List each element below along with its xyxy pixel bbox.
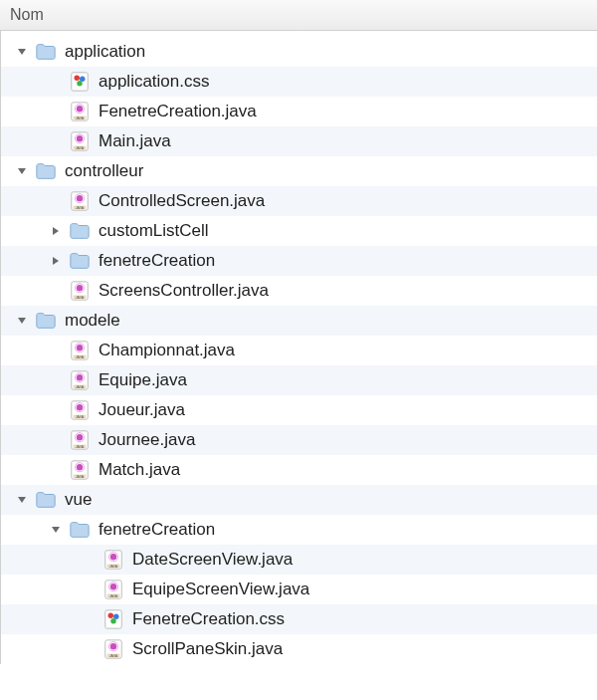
tree-item-label: controlleur [65,161,143,181]
chevron-down-icon[interactable] [15,45,29,59]
css-file-icon [102,608,124,630]
tree-row[interactable]: controlleur [1,156,597,186]
tree-item-label: FenetreCreation.java [99,102,257,121]
folder-icon [35,489,57,511]
folder-icon [69,519,91,541]
java-file-icon [69,399,91,421]
tree-row[interactable]: Main.java [1,126,597,156]
tree-item-label: Journee.java [99,430,195,450]
tree-row[interactable]: ControlledScreen.java [1,186,597,216]
tree-row[interactable]: Championnat.java [1,336,597,365]
tree-row[interactable]: fenetreCreation [1,246,597,276]
folder-icon [35,41,57,63]
tree-row[interactable]: fenetreCreation [1,515,597,545]
java-file-icon [69,190,91,212]
chevron-down-icon[interactable] [15,314,29,328]
tree-item-label: fenetreCreation [99,251,215,271]
tree-row[interactable]: customListCell [1,216,597,246]
chevron-down-icon[interactable] [15,493,29,507]
folder-icon [69,250,91,272]
tree-item-label: ScreensController.java [99,281,269,301]
tree-item-label: Joueur.java [99,400,185,420]
java-file-icon [69,340,91,361]
tree-row[interactable]: EquipeScreenView.java [1,575,597,604]
tree-item-label: DateScreenView.java [132,550,293,570]
file-tree: applicationapplication.cssFenetreCreatio… [0,31,597,664]
tree-row[interactable]: vue [1,485,597,515]
tree-item-label: Match.java [99,460,180,480]
css-file-icon [69,71,91,93]
tree-item-label: EquipeScreenView.java [132,580,309,599]
java-file-icon [69,459,91,481]
tree-item-label: Main.java [99,131,171,151]
tree-row[interactable]: ScrollPaneSkin.java [1,634,597,664]
folder-icon [69,220,91,242]
tree-item-label: Championnat.java [99,341,235,360]
tree-item-label: ControlledScreen.java [99,191,265,211]
tree-row[interactable]: DateScreenView.java [1,545,597,575]
tree-row[interactable]: Joueur.java [1,395,597,425]
chevron-right-icon[interactable] [49,254,63,268]
tree-item-label: modele [65,311,120,331]
tree-row[interactable]: ScreensController.java [1,276,597,306]
java-file-icon [102,579,124,600]
tree-row[interactable]: FenetreCreation.css [1,604,597,634]
tree-row[interactable]: application.css [1,67,597,97]
java-file-icon [69,429,91,451]
column-header[interactable]: Nom [0,0,597,31]
tree-item-label: application.css [99,72,210,92]
java-file-icon [69,369,91,391]
java-file-icon [69,130,91,152]
java-file-icon [69,101,91,122]
tree-item-label: customListCell [99,221,209,241]
tree-row[interactable]: Equipe.java [1,365,597,395]
tree-row[interactable]: modele [1,306,597,336]
tree-item-label: fenetreCreation [99,520,215,540]
tree-row[interactable]: Journee.java [1,425,597,455]
chevron-down-icon[interactable] [49,523,63,537]
tree-item-label: vue [65,490,92,510]
tree-row[interactable]: Match.java [1,455,597,485]
tree-item-label: Equipe.java [99,370,187,390]
chevron-right-icon[interactable] [49,224,63,238]
tree-item-label: ScrollPaneSkin.java [132,639,283,659]
tree-row[interactable]: FenetreCreation.java [1,97,597,126]
chevron-down-icon[interactable] [15,164,29,178]
tree-item-label: FenetreCreation.css [132,609,285,629]
java-file-icon [102,638,124,660]
folder-icon [35,160,57,182]
column-header-label: Nom [10,6,44,23]
tree-item-label: application [65,42,145,62]
java-file-icon [102,549,124,571]
folder-icon [35,310,57,332]
java-file-icon [69,280,91,302]
tree-row[interactable]: application [1,37,597,67]
